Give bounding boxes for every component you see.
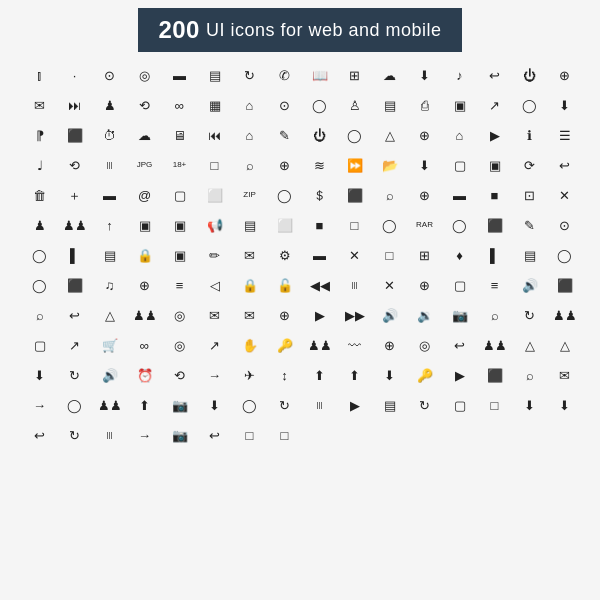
icon-122[interactable]: ✕ [372, 270, 407, 300]
icon-62[interactable]: ⟳ [512, 150, 547, 180]
icon-130[interactable]: △ [92, 300, 127, 330]
icon-114[interactable]: ♫ [92, 270, 127, 300]
icon-24[interactable]: ◯ [302, 90, 337, 120]
icon-163[interactable]: ⏰ [127, 360, 162, 390]
icon-17[interactable]: ⏭ [57, 90, 92, 120]
icon-75[interactable]: ⊕ [407, 180, 442, 210]
icon-159[interactable]: △ [547, 330, 582, 360]
icon-2[interactable]: ⊙ [92, 60, 127, 90]
icon-127[interactable]: ⬛ [547, 270, 582, 300]
icon-108[interactable]: ♦ [442, 240, 477, 270]
icon-158[interactable]: △ [512, 330, 547, 360]
icon-166[interactable]: ✈ [232, 360, 267, 390]
icon-86[interactable]: ▤ [232, 210, 267, 240]
icon-119[interactable]: 🔓 [267, 270, 302, 300]
icon-0[interactable]: ⫿ [22, 60, 57, 90]
icon-78[interactable]: ⊡ [512, 180, 547, 210]
icon-10[interactable]: ☁ [372, 60, 407, 90]
icon-47[interactable]: ☰ [547, 120, 582, 150]
icon-149[interactable]: ↗ [197, 330, 232, 360]
icon-112[interactable]: ◯ [22, 270, 57, 300]
icon-37[interactable]: ⏮ [197, 120, 232, 150]
icon-21[interactable]: ▦ [197, 90, 232, 120]
icon-49[interactable]: ⟲ [57, 150, 92, 180]
icon-184[interactable]: ||| [302, 390, 337, 420]
icon-42[interactable]: △ [372, 120, 407, 150]
icon-173[interactable]: ⬛ [477, 360, 512, 390]
icon-94[interactable]: ✎ [512, 210, 547, 240]
icon-23[interactable]: ⊙ [267, 90, 302, 120]
icon-116[interactable]: ≡ [162, 270, 197, 300]
icon-146[interactable]: 🛒 [92, 330, 127, 360]
icon-179[interactable]: ⬆ [127, 390, 162, 420]
icon-14[interactable]: ⏻ [512, 60, 547, 90]
icon-131[interactable]: ♟♟ [127, 300, 162, 330]
icon-161[interactable]: ↻ [57, 360, 92, 390]
icon-190[interactable]: ⬇ [512, 390, 547, 420]
icon-77[interactable]: ■ [477, 180, 512, 210]
icon-137[interactable]: ▶▶ [337, 300, 372, 330]
icon-82[interactable]: ↑ [92, 210, 127, 240]
icon-3[interactable]: ◎ [127, 60, 162, 90]
icon-153[interactable]: 〰 [337, 330, 372, 360]
icon-25[interactable]: ♙ [337, 90, 372, 120]
icon-120[interactable]: ◀◀ [302, 270, 337, 300]
icon-199[interactable]: □ [267, 420, 302, 450]
icon-97[interactable]: ▌ [57, 240, 92, 270]
icon-41[interactable]: ◯ [337, 120, 372, 150]
icon-167[interactable]: ↕ [267, 360, 302, 390]
icon-172[interactable]: ▶ [442, 360, 477, 390]
icon-154[interactable]: ⊕ [372, 330, 407, 360]
icon-81[interactable]: ♟♟ [57, 210, 92, 240]
icon-175[interactable]: ✉ [547, 360, 582, 390]
icon-100[interactable]: ▣ [162, 240, 197, 270]
icon-143[interactable]: ♟♟ [547, 300, 582, 330]
icon-64[interactable]: 🗑 [22, 180, 57, 210]
icon-80[interactable]: ♟ [22, 210, 57, 240]
icon-28[interactable]: ▣ [442, 90, 477, 120]
icon-58[interactable]: 📂 [372, 150, 407, 180]
icon-113[interactable]: ⬛ [57, 270, 92, 300]
icon-165[interactable]: → [197, 360, 232, 390]
icon-195[interactable]: → [127, 420, 162, 450]
icon-15[interactable]: ⊕ [547, 60, 582, 90]
icon-168[interactable]: ⬆ [302, 360, 337, 390]
icon-91[interactable]: RAR [407, 210, 442, 240]
icon-99[interactable]: 🔒 [127, 240, 162, 270]
icon-76[interactable]: ▬ [442, 180, 477, 210]
icon-39[interactable]: ✎ [267, 120, 302, 150]
icon-57[interactable]: ⏩ [337, 150, 372, 180]
icon-176[interactable]: → [22, 390, 57, 420]
icon-118[interactable]: 🔒 [232, 270, 267, 300]
icon-121[interactable]: ||| [337, 270, 372, 300]
icon-171[interactable]: 🔑 [407, 360, 442, 390]
icon-107[interactable]: ⊞ [407, 240, 442, 270]
icon-104[interactable]: ▬ [302, 240, 337, 270]
icon-182[interactable]: ◯ [232, 390, 267, 420]
icon-191[interactable]: ⬇ [547, 390, 582, 420]
icon-194[interactable]: ||| [92, 420, 127, 450]
icon-26[interactable]: ▤ [372, 90, 407, 120]
icon-88[interactable]: ■ [302, 210, 337, 240]
icon-188[interactable]: ▢ [442, 390, 477, 420]
icon-51[interactable]: JPG [127, 150, 162, 180]
icon-43[interactable]: ⊕ [407, 120, 442, 150]
icon-170[interactable]: ⬇ [372, 360, 407, 390]
icon-151[interactable]: 🔑 [267, 330, 302, 360]
icon-117[interactable]: ◁ [197, 270, 232, 300]
icon-6[interactable]: ↻ [232, 60, 267, 90]
icon-180[interactable]: 📷 [162, 390, 197, 420]
icon-90[interactable]: ◯ [372, 210, 407, 240]
icon-59[interactable]: ⬇ [407, 150, 442, 180]
icon-69[interactable]: ⬜ [197, 180, 232, 210]
icon-156[interactable]: ↩ [442, 330, 477, 360]
icon-129[interactable]: ↩ [57, 300, 92, 330]
icon-36[interactable]: 🖥 [162, 120, 197, 150]
icon-65[interactable]: ＋ [57, 180, 92, 210]
icon-134[interactable]: ✉ [232, 300, 267, 330]
icon-106[interactable]: □ [372, 240, 407, 270]
icon-178[interactable]: ♟♟ [92, 390, 127, 420]
icon-29[interactable]: ↗ [477, 90, 512, 120]
icon-141[interactable]: ⌕ [477, 300, 512, 330]
icon-145[interactable]: ↗ [57, 330, 92, 360]
